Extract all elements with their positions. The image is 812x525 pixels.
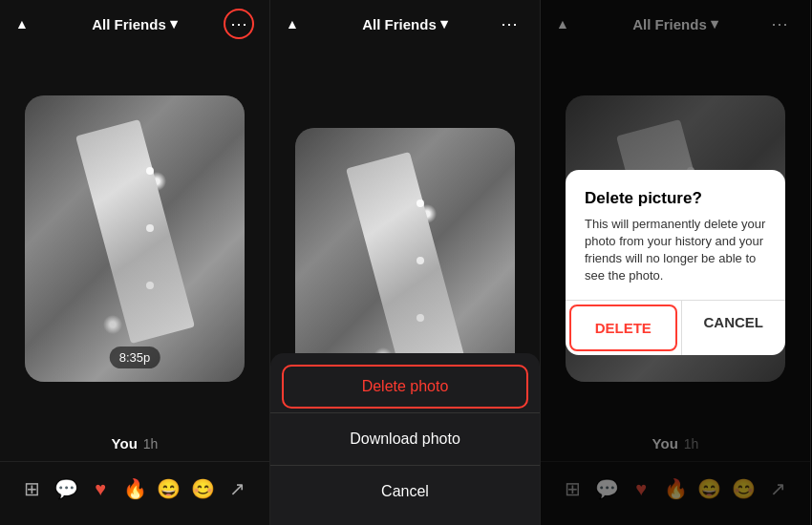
panel1-header: ▲ All Friends ▾ ⋯ xyxy=(0,0,269,48)
toolbar: ⊞ 💬 ♥ 🔥 😄 😊 ↗ xyxy=(0,461,269,525)
you-text: You xyxy=(112,435,138,452)
laugh-icon[interactable]: 😄 xyxy=(152,472,186,506)
dialog-delete-button[interactable]: DELETE xyxy=(569,304,677,351)
share-icon[interactable]: ↗ xyxy=(220,472,254,506)
grid-icon[interactable]: ⊞ xyxy=(15,472,50,506)
panel-3: ▲ All Friends ▾ ⋯ You 1h ⊞ 💬 ♥ 🔥 😄 😊 ↗ D… xyxy=(541,0,811,525)
panel2-title: All Friends ▾ xyxy=(362,15,448,32)
panel1-title: All Friends ▾ xyxy=(92,15,178,32)
panel-1: ▲ All Friends ▾ ⋯ 8:35p You 1h ⊞ 💬 ♥ 🔥 😄… xyxy=(0,0,270,525)
photo-image xyxy=(25,95,245,382)
chat-icon[interactable]: 💬 xyxy=(50,472,84,506)
time-badge: 8:35p xyxy=(110,346,160,368)
more-icon: ⋯ xyxy=(501,13,518,34)
context-menu: Delete photo Download photo Cancel xyxy=(270,353,540,525)
photo-card: 8:35p xyxy=(25,95,245,382)
menu-divider xyxy=(270,465,540,466)
chevron-up-icon[interactable]: ▲ xyxy=(286,16,299,32)
title-text: All Friends xyxy=(362,16,437,32)
fire-icon[interactable]: 🔥 xyxy=(118,472,152,506)
dialog-message: This will permanently delete your photo … xyxy=(585,216,766,285)
download-photo-button[interactable]: Download photo xyxy=(270,417,540,461)
more-button[interactable]: ⋯ xyxy=(224,9,254,39)
chevron-down-icon: ▾ xyxy=(170,15,178,32)
time-ago: 1h xyxy=(143,436,159,452)
dialog-buttons: DELETE CANCEL xyxy=(566,300,785,355)
chevron-up-icon[interactable]: ▲ xyxy=(15,16,29,32)
delete-photo-button[interactable]: Delete photo xyxy=(282,365,528,409)
panel-2: ▲ All Friends ▾ ⋯ 8:35p You 1h Delete ph… xyxy=(270,0,541,525)
title-text: All Friends xyxy=(92,16,166,32)
cancel-button[interactable]: Cancel xyxy=(270,470,540,514)
more-icon: ⋯ xyxy=(230,13,247,34)
panel2-header: ▲ All Friends ▾ ⋯ xyxy=(270,0,540,48)
more-button[interactable]: ⋯ xyxy=(494,9,524,39)
photo-area: 8:35p xyxy=(0,48,269,430)
smile-icon[interactable]: 😊 xyxy=(186,472,221,506)
menu-divider xyxy=(270,412,540,413)
dialog-cancel-button[interactable]: CANCEL xyxy=(682,301,786,355)
dialog-overlay: Delete picture? This will permanently de… xyxy=(541,0,810,525)
dialog-title: Delete picture? xyxy=(585,189,766,208)
you-label-area: You 1h xyxy=(0,430,269,461)
delete-dialog: Delete picture? This will permanently de… xyxy=(566,170,785,356)
chevron-down-icon: ▾ xyxy=(440,15,448,32)
heart-icon[interactable]: ♥ xyxy=(83,472,118,506)
